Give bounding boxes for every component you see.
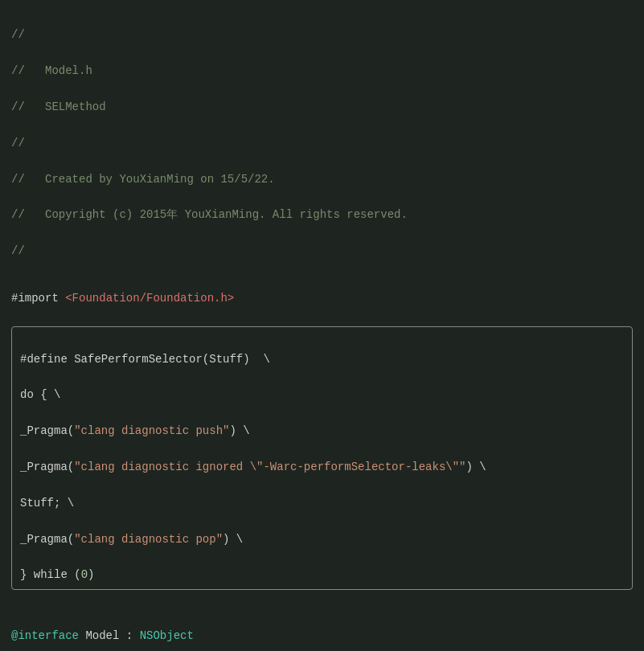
pragma-1-str: "clang diagnostic push" bbox=[74, 424, 229, 437]
comment-line-1: // bbox=[11, 28, 25, 41]
interface-line: @interface Model : NSObject bbox=[11, 609, 633, 645]
import-directive: #import bbox=[11, 292, 65, 305]
zero-literal: 0 bbox=[81, 568, 88, 581]
pragma-2-end: ) \ bbox=[466, 461, 486, 473]
stuff-line: Stuff; \ bbox=[20, 497, 74, 510]
define-keyword: #define SafePerformSelector(Stuff) \ bbox=[20, 353, 270, 366]
comment-copyright: // Copyright (c) 2015年 YouXianMing. All … bbox=[11, 208, 408, 221]
comment-line-7: // bbox=[11, 244, 25, 257]
import-path: <Foundation/Foundation.h> bbox=[65, 292, 234, 305]
pragma-3-end: ) \ bbox=[223, 533, 243, 546]
superclass-name: NSObject bbox=[140, 629, 194, 642]
pragma-2: _Pragma( bbox=[20, 461, 74, 473]
interface-space: Model : bbox=[79, 629, 140, 642]
define-block: #define SafePerformSelector(Stuff) \ do … bbox=[11, 326, 633, 589]
import-line: #import <Foundation/Foundation.h> bbox=[11, 271, 633, 307]
pragma-2-str: "clang diagnostic ignored \"-Warc-perfor… bbox=[74, 461, 466, 473]
pragma-3: _Pragma( bbox=[20, 533, 74, 546]
at-interface: @interface bbox=[11, 629, 79, 642]
pragma-3-str: "clang diagnostic pop" bbox=[74, 533, 223, 546]
comment-line-3: // SELMethod bbox=[11, 100, 106, 113]
comment-line-5: // Created by YouXianMing on 15/5/22. bbox=[11, 173, 275, 186]
pragma-1-end: ) \ bbox=[229, 424, 249, 437]
while-line: } while ( bbox=[20, 568, 81, 581]
comment-line-2: // Model.h bbox=[11, 64, 92, 77]
define-do: do { \ bbox=[20, 388, 60, 401]
code-editor: // // Model.h // SELMethod // // Created… bbox=[11, 8, 633, 260]
comment-line-4: // bbox=[11, 137, 25, 149]
while-end: ) bbox=[88, 568, 94, 581]
pragma-1: _Pragma( bbox=[20, 424, 74, 437]
